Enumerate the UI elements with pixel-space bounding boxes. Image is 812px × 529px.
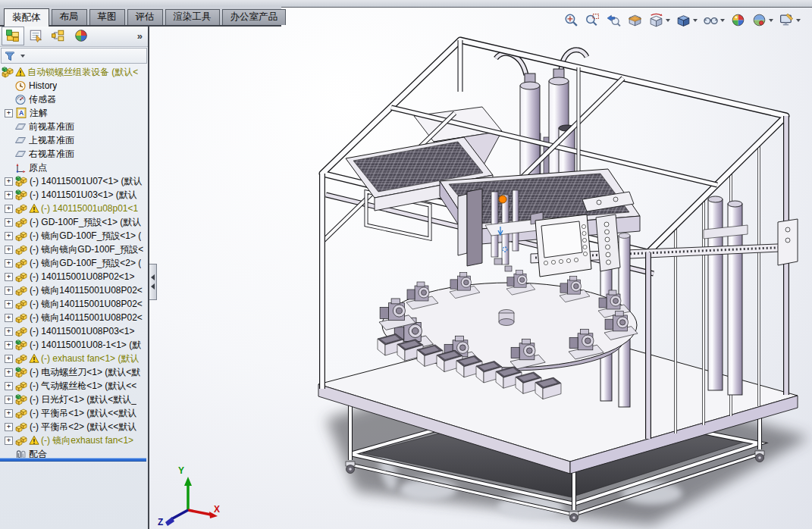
section-view-button[interactable] (626, 11, 644, 29)
expand-icon[interactable]: + (5, 314, 13, 322)
tree-item-comp-140115001u08p03[interactable]: +(-) 140115001U08P03<1> (0, 324, 148, 338)
tree-item-comp-140115001u08p01[interactable]: +(-) 140115001u08p01<1 (0, 202, 148, 215)
hide-show-items-icon (703, 12, 719, 28)
tree-item-comp-mirror-u08p02-c[interactable]: +(-) 镜向140115001U08P02< (0, 311, 148, 324)
expand-icon[interactable]: + (5, 273, 13, 281)
expand-icon[interactable]: + (5, 246, 13, 254)
tree-item-origin[interactable]: 原点 (0, 161, 148, 174)
manager-tab-propertymanager[interactable] (24, 27, 47, 45)
expand-icon[interactable]: + (5, 109, 13, 117)
filter-icon (4, 50, 16, 62)
tree-filter-bar[interactable] (1, 48, 147, 64)
tree-item-comp-electric-screwdriver[interactable]: +(-) 电动螺丝刀<1> (默认<默 (0, 365, 148, 379)
expand-icon[interactable]: + (5, 437, 13, 445)
assembly-origin-marker[interactable] (499, 196, 506, 203)
manager-tabs-overflow-button[interactable]: » (137, 30, 146, 42)
expand-icon[interactable]: + (5, 341, 13, 349)
triad-x-label: X (214, 504, 220, 515)
expand-icon[interactable]: + (5, 191, 13, 199)
asm-icon (15, 243, 27, 255)
expand-icon[interactable]: + (5, 355, 13, 363)
tab-layout[interactable]: 布局 (52, 9, 87, 25)
rollback-bar[interactable] (0, 458, 146, 462)
tree-item-label: (-) 140115001U08P03<1> (30, 326, 135, 336)
expand-icon[interactable]: + (5, 177, 13, 186)
manager-tab-featuremanager-tree[interactable] (2, 27, 24, 45)
tab-office-products[interactable]: 办公室产品 (222, 9, 287, 25)
zoom-to-fit-button[interactable] (563, 11, 580, 29)
tree-item-sensors[interactable]: 传感器 (0, 92, 148, 106)
asm-icon (15, 284, 27, 296)
asm-icon (15, 230, 27, 242)
tree-item-front-plane[interactable]: 前视基准面 (0, 120, 148, 133)
dropdown-caret-icon[interactable] (666, 19, 670, 22)
dropdown-caret-icon[interactable] (693, 19, 698, 22)
dropdown-caret-icon[interactable] (796, 19, 801, 22)
tree-item-comp-mirror-gd-100f-1[interactable]: +(-) 镜向GD-100F_預設<1> ( (0, 229, 148, 243)
tree-item-top-plane[interactable]: 上视基准面 (0, 133, 148, 147)
expand-icon[interactable]: + (5, 300, 13, 308)
asm-icon (15, 216, 27, 228)
tree-item-annotations[interactable]: +注解 (0, 106, 148, 120)
expand-icon[interactable]: + (5, 205, 13, 213)
control-panel (531, 212, 620, 277)
tab-evaluate[interactable]: 评估 (127, 9, 163, 25)
view-settings-icon (779, 12, 795, 28)
expand-icon[interactable]: + (5, 368, 13, 377)
view-settings-button[interactable] (778, 11, 801, 29)
tree-item-comp-14011501u03[interactable]: +(-) 14011501U03<1> (默认 (0, 188, 148, 202)
tab-render-tools[interactable]: 渲染工具 (165, 9, 220, 25)
expand-icon[interactable]: + (5, 423, 13, 431)
tree-item-comp-mirror-mirror-gd-100f[interactable]: +(-) 镜向镜向GD-100F_預設< (0, 243, 148, 256)
expand-icon[interactable]: + (5, 382, 13, 390)
zoom-to-fit-icon (563, 12, 579, 28)
expand-icon[interactable]: + (5, 396, 13, 404)
expand-icon[interactable]: + (5, 286, 13, 295)
tree-item-right-plane[interactable]: 右视基准面 (0, 147, 148, 161)
tree-item-comp-mirror-u08p02-a[interactable]: +(-) 镜向140115001U08P02< (0, 283, 148, 297)
asm-icon (15, 434, 27, 446)
tree-item-comp-140115001u08-1[interactable]: +(-) 140115001U08-1<1> (默 (0, 338, 148, 352)
view-orientation-button[interactable] (647, 11, 671, 29)
dropdown-caret-icon[interactable] (769, 19, 773, 22)
tree-item-comp-fluorescent-lamp[interactable]: +(-) 日光灯<1> (默认<默认_ (0, 393, 148, 406)
tree-item-comp-exhaust-fan[interactable]: +(-) exhaust fan<1> (默认 (0, 352, 148, 365)
apply-scene-button[interactable] (751, 11, 774, 29)
expand-icon[interactable]: + (5, 259, 13, 268)
tree-item-comp-mirror-u08p02-b[interactable]: +(-) 镜向140115001U08P02< (0, 297, 148, 311)
tree-item-comp-balancer-1[interactable]: +(-) 平衡吊<1> (默认<<默认 (0, 406, 148, 420)
tree-item-comp-pneumatic-screw-gun[interactable]: +(-) 气动螺丝枪<1> (默认<< (0, 379, 148, 393)
tree-item-comp-balancer-2[interactable]: +(-) 平衡吊<2> (默认<<默认 (0, 420, 148, 434)
graphics-viewport[interactable]: Y X Z (149, 7, 812, 529)
tree-item-history[interactable]: History (0, 79, 148, 92)
dropdown-caret-icon[interactable] (720, 19, 725, 22)
tree-item-label: (-) exhaust fan<1> (默认 (41, 352, 139, 365)
tab-assembly[interactable]: 装配体 (4, 8, 49, 27)
expand-icon[interactable]: + (5, 218, 13, 227)
expand-icon[interactable]: + (5, 327, 13, 336)
tree-item-comp-140115001u08p02[interactable]: +(-) 140115001U08P02<1> (0, 270, 148, 283)
asm-g-icon (15, 189, 27, 201)
previous-view-button[interactable] (605, 11, 622, 29)
manager-tab-displaymanager[interactable] (70, 27, 92, 45)
tree-item-comp-gd-100f-1[interactable]: +(-) GD-100F_預設<1> (默认 (0, 215, 148, 229)
tree-item-root[interactable]: 自动锁螺丝组装设备 (默认< (0, 65, 148, 79)
tree-item-comp-mirror-exhaust-fan[interactable]: +(-) 镜向exhaust fan<1> (0, 434, 148, 447)
tree-item-comp-mirror-gd-100f-2[interactable]: +(-) 镜向GD-100F_預設<2> ( (0, 256, 148, 270)
panel-splitter[interactable] (149, 264, 157, 300)
tree-item-label: (-) 气动螺丝枪<1> (默认<< (30, 380, 136, 393)
machine-3d-model[interactable] (149, 8, 812, 529)
filter-caret-icon[interactable] (20, 55, 25, 58)
edit-appearance-button[interactable] (729, 11, 747, 29)
sens-icon (14, 93, 27, 105)
hide-show-items-button[interactable] (702, 11, 726, 29)
tree-item-label: 上视基准面 (29, 134, 74, 147)
zoom-to-area-button[interactable] (584, 11, 601, 29)
tab-sketch[interactable]: 草图 (89, 9, 125, 25)
tree-item-comp-140115001u07[interactable]: +(-) 140115001U07<1> (默认 (0, 174, 148, 188)
origin-icon (14, 161, 27, 174)
display-style-button[interactable] (675, 11, 698, 29)
expand-icon[interactable]: + (5, 409, 13, 418)
expand-icon[interactable]: + (5, 232, 13, 240)
manager-tab-configurationmanager[interactable] (47, 27, 70, 45)
